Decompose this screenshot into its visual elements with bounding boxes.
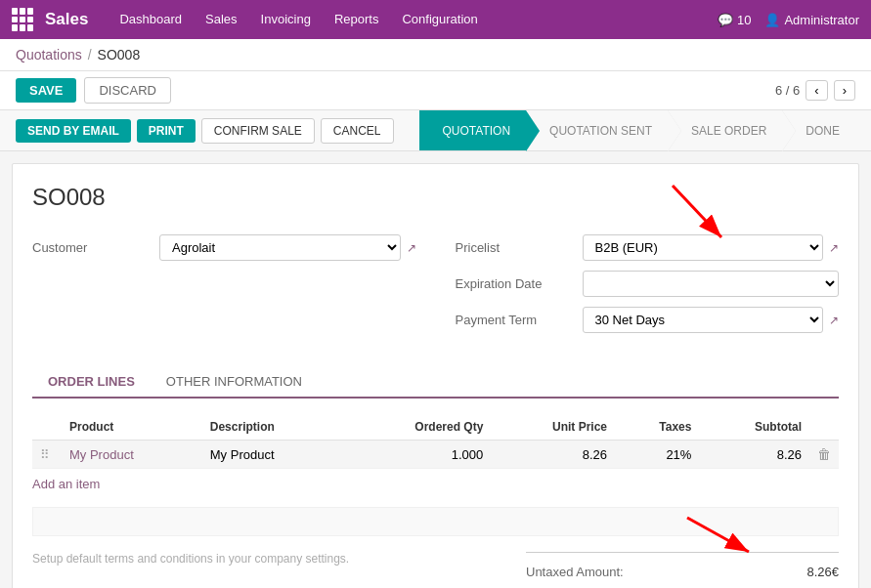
record-title: SO008 — [32, 184, 839, 211]
payment-term-label: Payment Term — [456, 313, 583, 327]
pricelist-external-link-icon[interactable]: ↗ — [829, 241, 839, 255]
breadcrumb-parent[interactable]: Quotations — [16, 47, 82, 63]
user-menu[interactable]: 👤 Administrator — [764, 13, 859, 27]
app-title: Sales — [45, 10, 88, 29]
pagination-text: 6 / 6 — [775, 83, 800, 98]
untaxed-row: Untaxed Amount: 8.26€ — [526, 561, 839, 583]
status-actions: SEND BY EMAIL PRINT CONFIRM SALE CANCEL — [16, 110, 394, 150]
tab-order-lines[interactable]: ORDER LINES — [32, 366, 151, 399]
customer-select[interactable]: Agrolait — [159, 234, 401, 261]
tab-other-info[interactable]: OTHER INFORMATION — [151, 366, 318, 397]
save-button[interactable]: SAVE — [16, 78, 76, 103]
col-ordered-qty: Ordered Qty — [343, 414, 491, 441]
menu-configuration[interactable]: Configuration — [390, 0, 489, 39]
row-handle[interactable]: ⠿ — [32, 441, 62, 469]
chat-count: 10 — [737, 13, 751, 27]
form-right: Pricelist B2B (EUR) ↗ — [456, 234, 840, 343]
stage-sale-order[interactable]: SALE ORDER — [668, 110, 782, 150]
pagination-prev[interactable]: ‹ — [806, 80, 827, 101]
col-taxes: Taxes — [615, 414, 699, 441]
col-subtotal: Subtotal — [699, 414, 809, 441]
customer-field: Agrolait ↗ — [159, 234, 416, 261]
row-ordered-qty: 1.000 — [343, 441, 491, 469]
terms-section: Setup default terms and conditions in yo… — [32, 552, 526, 588]
top-navigation: Sales Dashboard Sales Invoicing Reports … — [0, 0, 871, 39]
row-delete[interactable]: 🗑 — [809, 441, 839, 469]
payment-term-external-link-icon[interactable]: ↗ — [829, 314, 839, 327]
cancel-button[interactable]: CANCEL — [321, 118, 394, 144]
col-actions — [809, 414, 839, 441]
totals-table: Untaxed Amount: 8.26€ Taxes : 1.73€ Tota… — [526, 552, 839, 588]
breadcrumb: Quotations / SO008 — [0, 39, 871, 71]
order-lines-table: Product Description Ordered Qty Unit Pri… — [32, 414, 839, 469]
untaxed-label: Untaxed Amount: — [526, 565, 624, 579]
expiration-date-field — [583, 271, 840, 297]
terms-placeholder: Setup default terms and conditions in yo… — [32, 552, 526, 566]
delete-row-button[interactable]: 🗑 — [817, 446, 831, 462]
pricelist-field: B2B (EUR) ↗ — [583, 234, 840, 261]
pagination: 6 / 6 ‹ › — [775, 80, 855, 101]
stage-quotation[interactable]: QUOTATION — [419, 110, 527, 150]
action-bar: SAVE DISCARD 6 / 6 ‹ › — [0, 71, 871, 110]
table-row: ⠿ My Product My Product 1.000 8.26 21% 8… — [32, 441, 839, 469]
form-left: Customer Agrolait ↗ — [32, 234, 416, 343]
chat-icon: 💬 — [718, 13, 733, 27]
discard-button[interactable]: DISCARD — [84, 77, 171, 104]
col-product: Product — [62, 414, 202, 441]
customer-row: Customer Agrolait ↗ — [32, 234, 416, 261]
totals-section: Untaxed Amount: 8.26€ Taxes : 1.73€ Tota… — [526, 552, 839, 588]
apps-menu-icon[interactable] — [12, 8, 35, 31]
menu-reports[interactable]: Reports — [323, 0, 391, 39]
breadcrumb-separator: / — [88, 47, 92, 63]
chat-notifications[interactable]: 💬 10 — [718, 13, 751, 27]
pricelist-label: Pricelist — [456, 240, 583, 255]
customer-external-link-icon[interactable]: ↗ — [407, 241, 416, 255]
row-subtotal: 8.26 — [699, 441, 809, 469]
expiration-date-label: Expiration Date — [456, 276, 583, 291]
expiration-date-row: Expiration Date — [456, 271, 840, 297]
menu-invoicing[interactable]: Invoicing — [249, 0, 323, 39]
col-handle — [32, 414, 62, 441]
payment-term-row: Payment Term 30 Net Days ↗ — [456, 307, 840, 333]
row-taxes: 21% — [615, 441, 699, 469]
untaxed-value: 8.26€ — [806, 565, 839, 579]
send-by-email-button[interactable]: SEND BY EMAIL — [16, 119, 131, 143]
breadcrumb-current: SO008 — [98, 47, 141, 63]
pricelist-row: Pricelist B2B (EUR) ↗ — [456, 234, 840, 261]
add-item-link[interactable]: Add an item — [32, 469, 100, 499]
col-unit-price: Unit Price — [491, 414, 615, 441]
status-bar: SEND BY EMAIL PRINT CONFIRM SALE CANCEL … — [0, 110, 871, 151]
col-description: Description — [202, 414, 343, 441]
terms-textarea[interactable] — [32, 573, 306, 588]
user-icon: 👤 — [764, 13, 780, 27]
table-header-row: Product Description Ordered Qty Unit Pri… — [32, 414, 839, 441]
payment-term-field: 30 Net Days ↗ — [583, 307, 840, 333]
taxes-row: Taxes : 1.73€ — [526, 583, 839, 588]
row-description: My Product — [202, 441, 343, 469]
menu-dashboard[interactable]: Dashboard — [108, 0, 194, 39]
main-form: SO008 Customer Agrolait ↗ Pricelist — [12, 163, 859, 588]
expiration-date-select[interactable] — [583, 271, 840, 297]
main-menu: Dashboard Sales Invoicing Reports Config… — [108, 0, 718, 39]
workflow-stages: QUOTATION QUOTATION SENT SALE ORDER DONE — [419, 110, 855, 150]
tabs: ORDER LINES OTHER INFORMATION — [32, 366, 839, 399]
pricelist-select[interactable]: B2B (EUR) — [583, 234, 824, 261]
user-name: Administrator — [784, 13, 859, 27]
pagination-next[interactable]: › — [834, 80, 855, 101]
confirm-sale-button[interactable]: CONFIRM SALE — [201, 118, 315, 144]
row-unit-price: 8.26 — [491, 441, 615, 469]
form-fields: Customer Agrolait ↗ Pricelist — [32, 234, 839, 343]
stage-quotation-sent[interactable]: QUOTATION SENT — [526, 110, 668, 150]
bottom-section: Setup default terms and conditions in yo… — [32, 552, 839, 588]
payment-term-select[interactable]: 30 Net Days — [583, 307, 824, 333]
empty-area — [32, 507, 839, 536]
menu-sales[interactable]: Sales — [194, 0, 249, 39]
top-right-area: 💬 10 👤 Administrator — [718, 13, 859, 27]
print-button[interactable]: PRINT — [137, 119, 196, 143]
customer-label: Customer — [32, 240, 159, 255]
row-product[interactable]: My Product — [62, 441, 202, 469]
